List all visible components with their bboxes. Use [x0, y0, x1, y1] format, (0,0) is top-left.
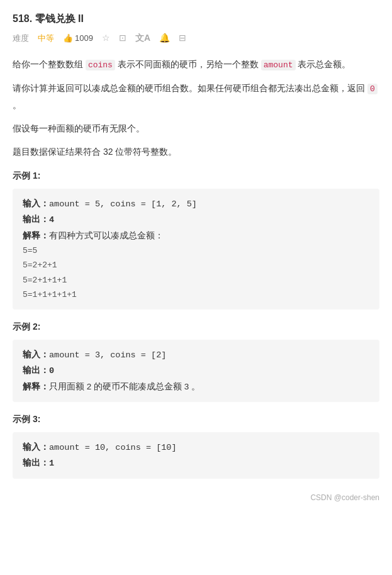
- difficulty-label: 难度: [13, 31, 29, 45]
- example1-output-label: 输出：: [23, 215, 49, 224]
- example2-output-label: 输出：: [23, 366, 49, 375]
- example1-output-row: 输出：4: [23, 212, 369, 228]
- problem-title: 518. 零钱兑换 II: [13, 10, 84, 27]
- example1-input-label: 输入：: [23, 199, 49, 208]
- example3-input-value: amount = 10, coins = [10]: [49, 443, 177, 452]
- desc-para2: 请你计算并返回可以凑成总金额的硬币组合数。如果任何硬币组合都无法凑出总金额，返回…: [13, 80, 379, 114]
- difficulty-value: 中等: [38, 31, 54, 45]
- example2-input-value: amount = 3, coins = [2]: [49, 350, 166, 360]
- example2-explain-row: 解释：只用面额 2 的硬币不能凑成总金额 3 。: [23, 379, 369, 394]
- coins-code: coins: [86, 60, 115, 70]
- example1-code-2: 5=2+2+1: [23, 258, 369, 272]
- translate-icon[interactable]: 文A: [135, 31, 150, 46]
- example1-explain-row: 解释：有四种方式可以凑成总金额：: [23, 228, 369, 243]
- title-row: 518. 零钱兑换 II: [13, 10, 379, 27]
- example1-code-1: 5=5: [23, 243, 369, 258]
- bell-icon[interactable]: 🔔: [159, 31, 170, 46]
- share-icon[interactable]: ⊡: [119, 31, 126, 46]
- example1-code-3: 5=2+1+1+1: [23, 273, 369, 288]
- example3-output-value: 1: [49, 459, 54, 468]
- example1-title: 示例 1:: [13, 169, 379, 184]
- meta-row: 难度 中等 👍 1009 ☆ ⊡ 文A 🔔 ⊟: [13, 31, 379, 46]
- example1-code-4: 5=1+1+1+1+1: [23, 288, 369, 302]
- star-icon[interactable]: ☆: [102, 31, 110, 46]
- description: 给你一个整数数组 coins 表示不同面额的硬币，另给一个整数 amount 表…: [13, 56, 379, 160]
- example1-explain-text: 有四种方式可以凑成总金额：: [49, 231, 164, 240]
- thumb-up-icon[interactable]: 👍: [63, 31, 73, 45]
- bookmark-icon[interactable]: ⊟: [179, 31, 186, 46]
- example1-block: 输入：amount = 5, coins = [1, 2, 5] 输出：4 解释…: [13, 189, 379, 310]
- example1-input-value: amount = 5, coins = [1, 2, 5]: [49, 199, 197, 209]
- desc-para4: 题目数据保证结果符合 32 位带符号整数。: [13, 143, 379, 160]
- example3-output-label: 输出：: [23, 458, 49, 467]
- example2-explain-text: 只用面额 2 的硬币不能凑成总金额 3 。: [49, 382, 200, 391]
- example2-input-row: 输入：amount = 3, coins = [2]: [23, 347, 369, 363]
- example2-title: 示例 2:: [13, 320, 379, 335]
- example3-block: 输入：amount = 10, coins = [10] 输出：1: [13, 432, 379, 479]
- desc-para1: 给你一个整数数组 coins 表示不同面额的硬币，另给一个整数 amount 表…: [13, 56, 379, 74]
- page-container: 518. 零钱兑换 II 难度 中等 👍 1009 ☆ ⊡ 文A 🔔 ⊟ 给你一…: [0, 0, 392, 530]
- amount-code: amount: [261, 60, 296, 70]
- example1-explain-label: 解释：: [23, 231, 49, 240]
- example1-output-value: 4: [49, 215, 54, 225]
- example2-output-value: 0: [49, 366, 54, 376]
- example3-output-row: 输出：1: [23, 455, 369, 471]
- example2-output-row: 输出：0: [23, 363, 369, 379]
- likes-count: 1009: [75, 31, 93, 45]
- example3-title: 示例 3:: [13, 412, 379, 427]
- example1-input-row: 输入：amount = 5, coins = [1, 2, 5]: [23, 196, 369, 212]
- example3-input-row: 输入：amount = 10, coins = [10]: [23, 440, 369, 455]
- footer-text: CSDN @coder-shen: [310, 493, 379, 502]
- zero-code: 0: [367, 84, 378, 94]
- example3-input-label: 输入：: [23, 442, 49, 452]
- footer: CSDN @coder-shen: [13, 491, 379, 504]
- example2-explain-label: 解释：: [23, 382, 49, 391]
- desc-para3: 假设每一种面额的硬币有无限个。: [13, 120, 379, 137]
- likes-section: 👍 1009: [63, 31, 93, 45]
- example2-block: 输入：amount = 3, coins = [2] 输出：0 解释：只用面额 …: [13, 340, 379, 402]
- example2-input-label: 输入：: [23, 350, 49, 359]
